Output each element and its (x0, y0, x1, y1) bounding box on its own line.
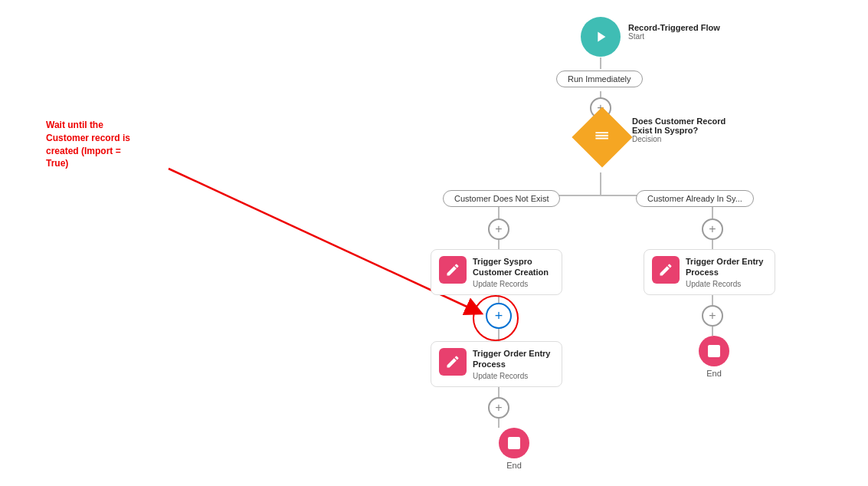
end-right: End (699, 336, 729, 378)
annotation-text: Wait until the Customer record is create… (46, 119, 146, 170)
action1-card[interactable]: Trigger Syspro Customer Creation Update … (431, 249, 562, 295)
start-sub: Start (628, 32, 720, 41)
start-circle (581, 17, 621, 57)
decision-diamond (578, 113, 626, 161)
end-left: End (499, 428, 529, 470)
branch-right-label: Customer Already In Sy... (636, 190, 754, 207)
svg-line-15 (169, 169, 475, 310)
action2-icon (439, 348, 467, 376)
plus-right-branch[interactable]: + (702, 218, 723, 240)
end-right-circle (699, 336, 729, 366)
action3-card[interactable]: Trigger Order Entry Process Update Recor… (644, 249, 775, 295)
action3-sub: Update Records (686, 280, 767, 288)
action2-sub: Update Records (473, 372, 554, 380)
decision-sub: Decision (632, 135, 739, 143)
start-node: Record-Triggered Flow Start (581, 17, 621, 57)
end-right-label: End (706, 369, 722, 378)
plus-highlighted[interactable]: + (486, 303, 512, 329)
decision-title: Does Customer Record Exist In Syspro? (632, 117, 739, 135)
branch-left-label: Customer Does Not Exist (443, 190, 560, 207)
action3-title: Trigger Order Entry Process (686, 256, 767, 278)
action1-icon (439, 256, 467, 284)
action2-title: Trigger Order Entry Process (473, 348, 554, 370)
svg-marker-16 (598, 32, 605, 42)
run-immediately-pill: Run Immediately (556, 71, 643, 87)
plus-left-branch[interactable]: + (488, 218, 509, 240)
decision-node: Does Customer Record Exist In Syspro? De… (578, 113, 626, 161)
action1-title: Trigger Syspro Customer Creation (473, 256, 554, 278)
plus-after-action3[interactable]: + (702, 305, 723, 327)
end-left-circle (499, 428, 529, 458)
action3-icon (652, 256, 680, 284)
plus-after-action2[interactable]: + (488, 397, 509, 419)
start-title: Record-Triggered Flow (628, 23, 720, 32)
end-left-label: End (506, 461, 522, 470)
action1-sub: Update Records (473, 280, 554, 288)
action2-card[interactable]: Trigger Order Entry Process Update Recor… (431, 341, 562, 387)
